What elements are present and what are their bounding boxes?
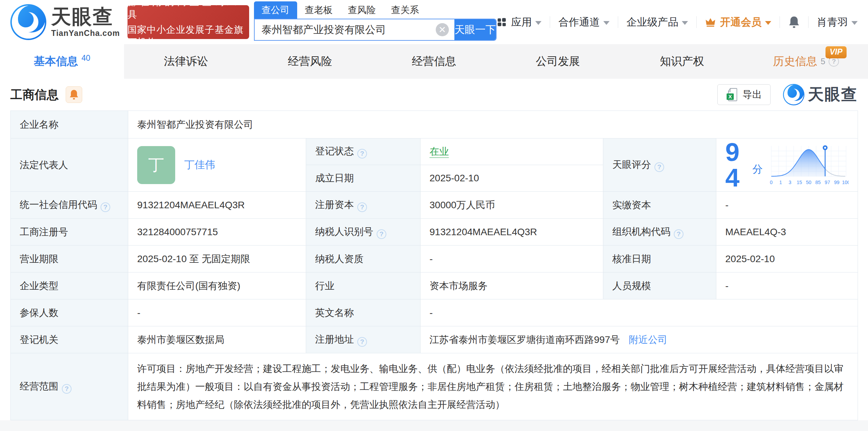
table-row: 营业期限 2025-02-10 至 无固定期限 纳税人资质 - 核准日期 202…: [11, 246, 858, 272]
nav-apps[interactable]: 应用: [497, 15, 541, 29]
clear-search-icon[interactable]: ✕: [436, 23, 449, 36]
help-icon[interactable]: ?: [357, 149, 367, 159]
tab-operation[interactable]: 经营信息: [372, 44, 496, 79]
search-tab-relation[interactable]: 查关系: [384, 1, 427, 19]
brand-domain: TianYanCha.com: [51, 29, 120, 38]
industry-value: 资本市场服务: [421, 272, 603, 299]
taxpayer-id-value: 91321204MAEAEL4Q3R: [421, 219, 603, 246]
search-area: 查公司 查老板 查风险 查关系 ✕ 天眼一下: [254, 3, 497, 41]
credit-code-label: 统一社会信用代码: [20, 199, 97, 210]
help-icon[interactable]: ?: [654, 162, 664, 172]
reg-address-label: 注册地址: [315, 334, 354, 345]
brand-logo[interactable]: 天眼查 TianYanCha.com: [10, 4, 120, 40]
export-label: 导出: [743, 88, 762, 101]
chevron-down-icon: [682, 21, 688, 25]
tab-legal-label: 法律诉讼: [164, 54, 208, 69]
credit-code-label-cell: 统一社会信用代码?: [11, 192, 128, 219]
divider: [780, 16, 780, 28]
reg-status-label: 登记状态: [315, 146, 354, 156]
nav-cooperation[interactable]: 合作通道: [558, 15, 610, 29]
company-name-value: 泰州智都产业投资有限公司: [128, 111, 858, 138]
search-tab-company[interactable]: 查公司: [254, 1, 297, 19]
tab-development[interactable]: 公司发展: [496, 44, 620, 79]
nav-enterprise[interactable]: 企业级产品: [626, 15, 688, 29]
svg-text:3: 3: [789, 180, 792, 185]
grid-icon: [497, 17, 507, 27]
divider: [618, 16, 618, 28]
brand-name: 天眼查: [51, 7, 120, 27]
bell-icon: [69, 89, 79, 100]
search-input[interactable]: [255, 19, 436, 40]
excel-icon: X: [726, 88, 738, 102]
header-nav: 应用 合作通道 企业级产品 开通会员: [497, 15, 858, 29]
taxpayer-quality-label: 纳税人资质: [306, 246, 421, 272]
notifications-bell[interactable]: [788, 16, 800, 29]
help-icon[interactable]: ?: [357, 202, 367, 212]
section-header: 工商信息 X 导出: [10, 79, 858, 111]
section-actions: X 导出 天眼查: [717, 84, 858, 105]
nav-cooperation-label: 合作通道: [558, 15, 600, 29]
tab-development-label: 公司发展: [536, 54, 580, 69]
monitor-bell-button[interactable]: [66, 86, 82, 103]
brand-text: 天眼查 TianYanCha.com: [51, 7, 120, 38]
section-title: 工商信息: [10, 87, 59, 103]
legal-rep-link[interactable]: 丁佳伟: [184, 158, 215, 172]
reg-status-value-cell: 在业: [421, 138, 603, 165]
legal-rep-avatar[interactable]: 丁: [137, 146, 175, 184]
user-menu[interactable]: 肖青羽: [817, 15, 858, 29]
credit-code-value: 91321204MAEAEL4Q3R: [128, 192, 306, 219]
legal-rep-cell: 丁 丁佳伟: [128, 138, 306, 192]
nav-vip[interactable]: 开通会员: [705, 15, 771, 29]
score-unit: 分: [752, 162, 763, 176]
vip-badge: VIP: [825, 46, 847, 58]
svg-text:0: 0: [770, 180, 773, 185]
search-tab-risk[interactable]: 查风险: [340, 1, 384, 19]
tianyancha-company-page: 天眼查 TianYanCha.com 都在用的商业查询工具 国家中小企业发展子基…: [0, 0, 868, 431]
company-type-value: 有限责任公司(国有独资): [128, 272, 306, 299]
header: 天眼查 TianYanCha.com 都在用的商业查询工具 国家中小企业发展子基…: [0, 0, 868, 44]
table-row: 经营范围? 许可项目：房地产开发经营；建设工程施工；发电业务、输电业务、供（配）…: [11, 353, 858, 420]
help-icon[interactable]: ?: [357, 337, 367, 347]
tab-basic-info[interactable]: 基本信息 40: [0, 44, 124, 79]
legal-rep-label: 法定代表人: [11, 138, 128, 192]
slogan-banner: 都在用的商业查询工具 国家中小企业发展子基金旗下机构: [128, 5, 249, 39]
nearby-companies-link[interactable]: 附近公司: [629, 334, 668, 345]
establish-date-label: 成立日期: [306, 165, 421, 192]
search-bar: ✕ 天眼一下: [254, 19, 497, 41]
main-content: 工商信息 X 导出: [0, 79, 868, 420]
org-code-value: MAEAEL4Q-3: [716, 219, 858, 246]
watermark-brand: 天眼查: [783, 84, 858, 105]
reg-address-value: 江苏省泰州市姜堰区罗塘街道南环西路997号: [430, 334, 620, 345]
approval-date-value: 2025-02-10: [716, 246, 858, 272]
svg-text:50: 50: [806, 180, 812, 185]
score-value: 94: [725, 140, 750, 191]
divider: [550, 16, 550, 28]
tab-legal[interactable]: 法律诉讼: [124, 44, 248, 79]
export-button[interactable]: X 导出: [717, 84, 771, 105]
divider: [808, 16, 809, 28]
svg-text:100: 100: [842, 180, 849, 185]
tab-ip[interactable]: 知识产权: [620, 44, 744, 79]
chevron-down-icon: [535, 21, 541, 25]
tab-risk[interactable]: 经营风险: [248, 44, 372, 79]
reg-capital-label: 注册资本: [315, 199, 354, 210]
help-icon[interactable]: ?: [62, 384, 72, 394]
help-icon[interactable]: ?: [377, 229, 386, 239]
company-name-label: 企业名称: [11, 111, 128, 138]
search-tabs: 查公司 查老板 查风险 查关系: [254, 3, 497, 19]
help-icon[interactable]: ?: [674, 229, 683, 239]
tab-history[interactable]: VIP 历史信息 5 ?: [744, 44, 868, 79]
search-button[interactable]: 天眼一下: [454, 19, 496, 40]
watermark-brand-text: 天眼查: [808, 84, 858, 105]
svg-text:15: 15: [797, 180, 802, 185]
org-code-label: 组织机构代码: [612, 226, 670, 237]
table-row: 统一社会信用代码? 91321204MAEAEL4Q3R 注册资本? 30000…: [11, 192, 858, 219]
svg-text:X: X: [728, 94, 732, 99]
chevron-down-icon: [851, 21, 858, 25]
svg-text:85: 85: [815, 180, 821, 185]
crown-icon: [705, 17, 716, 27]
search-tab-boss[interactable]: 查老板: [297, 1, 340, 19]
business-info-table: 企业名称 泰州智都产业投资有限公司 法定代表人 丁 丁佳伟 登记状态? 在业: [10, 111, 858, 420]
business-term-value: 2025-02-10 至 无固定期限: [128, 246, 306, 272]
help-icon[interactable]: ?: [101, 202, 110, 212]
